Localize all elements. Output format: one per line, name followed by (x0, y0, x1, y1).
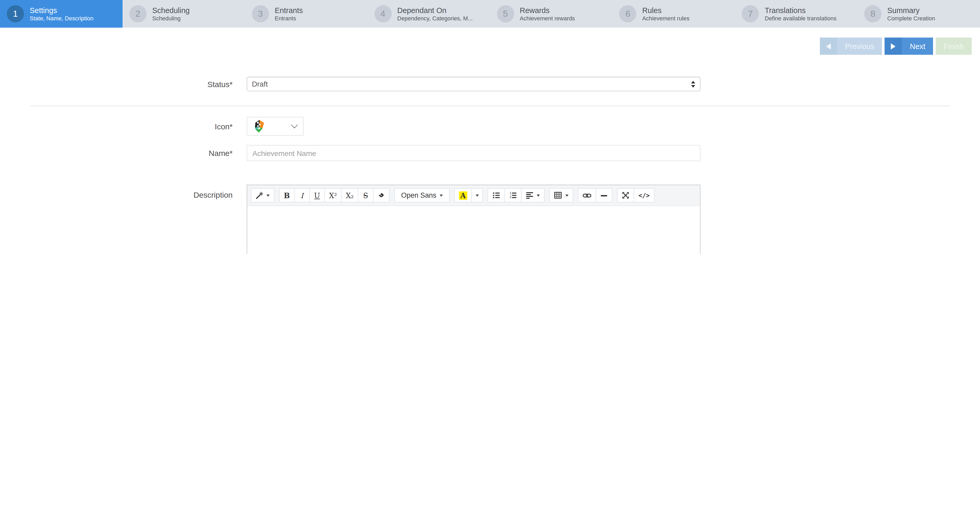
step-rewards[interactable]: 5 Rewards Achievement rewards (490, 0, 612, 28)
step-number: 7 (742, 5, 759, 22)
description-row: Description B I U X² (0, 185, 980, 254)
step-subtitle: State, Name, Description (30, 15, 94, 22)
bold-button[interactable]: B (279, 188, 295, 202)
color-dropdown-button[interactable] (471, 188, 483, 202)
step-title: Translations (765, 5, 837, 15)
step-translations[interactable]: 7 Translations Define available translat… (735, 0, 858, 28)
table-group (549, 188, 573, 202)
achievement-logo-icon (253, 120, 266, 133)
next-label: Next (902, 38, 933, 55)
top-actions: Previous Next Finish (0, 28, 980, 55)
color-group: A (454, 188, 483, 202)
horizontal-rule-button[interactable] (596, 188, 612, 202)
fullscreen-button[interactable] (617, 188, 634, 202)
minus-icon (600, 192, 608, 199)
subscript-button[interactable]: X₂ (341, 188, 358, 202)
icon-row: Icon* (0, 117, 980, 135)
link-button[interactable] (578, 188, 596, 202)
wizard-stepper: 1 Settings State, Name, Description 2 Sc… (0, 0, 980, 28)
text-color-button[interactable]: A (454, 188, 472, 202)
table-button[interactable] (549, 188, 573, 202)
status-value: Draft (252, 80, 268, 88)
step-rules[interactable]: 6 Rules Achievement rules (612, 0, 735, 28)
step-title: Summary (887, 5, 935, 15)
step-title: Rules (642, 5, 689, 15)
step-title: Scheduling (152, 5, 190, 15)
svg-text:1: 1 (509, 191, 511, 195)
finish-button[interactable]: Finish (936, 38, 972, 55)
magic-style-button[interactable] (251, 188, 274, 202)
align-left-icon (526, 191, 533, 199)
paragraph-group: 1 2 (488, 188, 544, 202)
name-row: Name* (0, 145, 980, 161)
step-number: 3 (252, 5, 269, 22)
underline-button[interactable]: U (309, 188, 325, 202)
fontname-group: Open Sans (394, 188, 449, 202)
step-number: 8 (864, 5, 881, 22)
link-icon (582, 192, 592, 199)
caret-down-icon (439, 194, 442, 196)
previous-label: Previous (837, 38, 882, 55)
style-group (251, 188, 274, 202)
description-editor: B I U X² X₂ S Open Sans (247, 185, 700, 254)
caret-down-icon (537, 194, 540, 196)
description-label: Description (0, 190, 247, 199)
icon-select[interactable] (247, 117, 304, 135)
step-title: Dependant On (397, 5, 473, 15)
next-arrow-icon (885, 38, 902, 55)
step-entrants[interactable]: 3 Entrants Entrants (245, 0, 368, 28)
step-title: Rewards (520, 5, 575, 15)
insert-group (578, 188, 612, 202)
status-select[interactable]: Draft (247, 76, 700, 91)
name-input[interactable] (247, 145, 700, 161)
fontname-label: Open Sans (401, 191, 436, 199)
ordered-list-button[interactable]: 1 2 (504, 188, 522, 202)
svg-text:2: 2 (509, 195, 511, 199)
step-subtitle: Entrants (275, 15, 303, 22)
ordered-list-icon: 1 2 (509, 191, 517, 199)
codeview-button[interactable]: </> (634, 188, 654, 202)
wizard-page: 1 Settings State, Name, Description 2 Sc… (0, 0, 980, 254)
step-number: 6 (619, 5, 636, 22)
step-number: 4 (374, 5, 391, 22)
step-settings[interactable]: 1 Settings State, Name, Description (0, 0, 123, 28)
caret-down-icon (267, 194, 270, 196)
description-editable-area[interactable] (247, 206, 700, 254)
color-letter: A (459, 191, 467, 199)
strikethrough-button[interactable]: S (358, 188, 374, 202)
step-scheduling[interactable]: 2 Scheduling Scheduling (123, 0, 245, 28)
step-subtitle: Complete Creation (887, 15, 935, 22)
status-label: Status* (0, 80, 247, 88)
step-title: Entrants (275, 5, 303, 15)
superscript-button[interactable]: X² (325, 188, 342, 202)
step-subtitle: Achievement rewards (520, 15, 575, 22)
unordered-list-button[interactable] (488, 188, 505, 202)
divider (30, 105, 950, 107)
fontname-button[interactable]: Open Sans (394, 188, 449, 202)
paragraph-align-button[interactable] (521, 188, 544, 202)
eraser-icon (378, 192, 385, 199)
icon-label: Icon* (0, 122, 247, 131)
view-group: </> (617, 188, 654, 202)
step-number: 5 (497, 5, 514, 22)
step-subtitle: Scheduling (152, 15, 190, 22)
step-summary[interactable]: 8 Summary Complete Creation (858, 0, 980, 28)
step-subtitle: Define available translations (765, 15, 837, 22)
caret-down-icon (476, 194, 479, 196)
step-subtitle: Achievement rules (642, 15, 689, 22)
select-spinner-icon (691, 81, 695, 88)
step-subtitle: Dependency, Categories, M... (397, 15, 473, 22)
italic-button[interactable]: I (294, 188, 310, 202)
next-button[interactable]: Next (885, 38, 933, 55)
status-row: Status* Draft (0, 76, 980, 91)
unordered-list-icon (492, 191, 500, 199)
step-dependant-on[interactable]: 4 Dependant On Dependency, Categories, M… (368, 0, 490, 28)
table-icon (554, 191, 562, 199)
fullscreen-icon (622, 191, 630, 199)
step-number: 2 (129, 5, 146, 22)
clear-format-button[interactable] (373, 188, 390, 202)
previous-button[interactable]: Previous (820, 38, 882, 55)
step-number: 1 (7, 5, 24, 22)
chevron-down-icon (291, 121, 298, 128)
font-style-group: B I U X² X₂ S (279, 188, 390, 202)
